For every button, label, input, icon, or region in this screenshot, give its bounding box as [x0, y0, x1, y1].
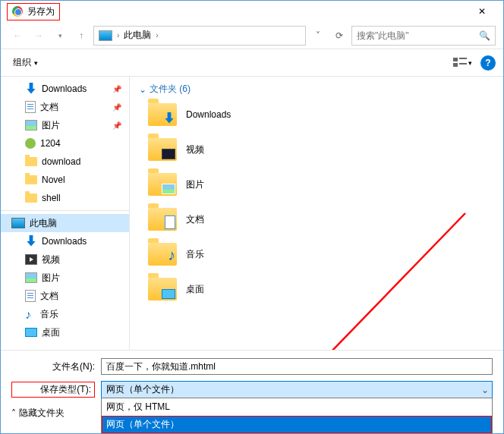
- sidebar-item[interactable]: 图片📌: [1, 116, 129, 134]
- folder-group-label: 文件夹 (6): [150, 83, 191, 96]
- search-icon: 🔍: [479, 30, 490, 41]
- folder-icon: [148, 138, 177, 161]
- sidebar-item[interactable]: 图片: [1, 269, 129, 287]
- back-button[interactable]: ←: [8, 27, 27, 45]
- folder-item[interactable]: 文档: [148, 208, 494, 231]
- close-button[interactable]: ✕: [467, 1, 497, 22]
- folder-label: 视频: [186, 143, 204, 156]
- sidebar-item-label: 桌面: [42, 326, 60, 339]
- folder-item[interactable]: Downloads: [148, 103, 494, 126]
- sidebar-item[interactable]: 文档📌: [1, 98, 129, 116]
- savetype-label: 保存类型(T):: [11, 382, 95, 398]
- chevron-down-icon: ⌄: [481, 385, 489, 395]
- folder-label: 图片: [186, 178, 204, 191]
- pin-icon: 📌: [112, 121, 121, 130]
- path-segment[interactable]: 此电脑: [124, 29, 151, 42]
- sidebar-item-label: download: [42, 156, 80, 167]
- view-options-button[interactable]: ▾: [450, 55, 474, 71]
- folder-item[interactable]: ♪音乐: [148, 243, 494, 266]
- folder-icon: [25, 193, 37, 203]
- folder-label: 文档: [186, 213, 204, 226]
- sidebar-item-label: 文档: [40, 101, 58, 114]
- chevron-down-icon: ▾: [34, 59, 38, 67]
- sidebar-item-label: 图片: [42, 119, 60, 132]
- doc-icon: [25, 101, 36, 113]
- chevron-up-icon: ˄: [11, 408, 16, 419]
- sidebar: Downloads📌文档📌图片📌1204downloadNovelshell 此…: [1, 77, 130, 350]
- window-title: 另存为: [27, 5, 55, 18]
- folder-type-icon: [162, 289, 175, 299]
- folder-item[interactable]: 视频: [148, 138, 494, 161]
- organize-button[interactable]: 组织 ▾: [8, 55, 43, 71]
- folder-icon: [148, 278, 177, 300]
- sidebar-item-label: shell: [42, 193, 61, 203]
- sidebar-item-label: Novel: [42, 175, 65, 185]
- sidebar-item-label: 图片: [42, 272, 60, 285]
- address-bar[interactable]: › 此电脑 ›: [93, 26, 306, 46]
- download-icon: [25, 83, 37, 95]
- search-input[interactable]: [357, 30, 479, 41]
- dropdown-option[interactable]: 网页（单个文件）: [102, 416, 492, 433]
- sidebar-item[interactable]: 文档: [1, 287, 129, 305]
- title-bar: 另存为 ✕: [1, 1, 503, 22]
- folder-type-icon: [162, 184, 175, 194]
- sidebar-item[interactable]: 音乐: [1, 305, 129, 323]
- savetype-dropdown: 网页，仅 HTML网页（单个文件）网页，全部: [101, 398, 493, 434]
- sidebar-item-label: 视频: [42, 253, 60, 266]
- sidebar-item[interactable]: 1204: [1, 134, 129, 153]
- folder-item[interactable]: 桌面: [148, 278, 494, 300]
- desktop-icon: [25, 328, 37, 337]
- folder-label: 音乐: [186, 248, 204, 261]
- window-title-area: 另存为: [7, 3, 60, 20]
- dropdown-option[interactable]: 网页，仅 HTML: [102, 398, 492, 416]
- folder-type-icon: [163, 112, 175, 124]
- sidebar-item[interactable]: 桌面: [1, 323, 129, 341]
- chevron-right-icon: ›: [117, 31, 119, 39]
- main-panel: ⌄ 文件夹 (6) Downloads视频图片文档♪音乐桌面: [130, 77, 503, 350]
- chrome-icon: [12, 6, 23, 17]
- pic-icon: [25, 272, 37, 283]
- sidebar-item-label: Downloads: [42, 236, 87, 247]
- sidebar-item-label: 此电脑: [30, 217, 57, 230]
- chevron-down-icon: ▾: [468, 59, 472, 67]
- filename-input[interactable]: [101, 358, 493, 375]
- pin-icon: 📌: [112, 103, 121, 112]
- forward-button[interactable]: →: [30, 27, 48, 45]
- download-icon: [25, 235, 37, 247]
- savetype-select[interactable]: 网页（单个文件） ⌄ 网页，仅 HTML网页（单个文件）网页，全部: [101, 381, 493, 398]
- video-icon: [25, 254, 37, 265]
- close-icon: ✕: [478, 6, 486, 17]
- up-button[interactable]: ↑: [72, 27, 90, 45]
- sidebar-item[interactable]: shell: [1, 189, 129, 207]
- folder-icon: [25, 157, 37, 166]
- folder-icon: [148, 208, 177, 231]
- folder-item[interactable]: 图片: [148, 173, 494, 196]
- sidebar-item-label: Downloads: [42, 83, 87, 94]
- path-history-dropdown[interactable]: ˅: [309, 26, 327, 46]
- help-button[interactable]: ?: [480, 55, 496, 71]
- recent-dropdown[interactable]: ▾: [51, 27, 69, 45]
- hide-folders-label: 隐藏文件夹: [19, 407, 65, 420]
- folder-label: Downloads: [186, 109, 231, 120]
- folder-type-icon: ♪: [168, 247, 175, 264]
- filename-label: 文件名(N):: [11, 360, 95, 373]
- sidebar-item[interactable]: 视频: [1, 250, 129, 269]
- sidebar-item[interactable]: Novel: [1, 171, 129, 189]
- svg-rect-2: [453, 63, 458, 67]
- sidebar-this-pc[interactable]: 此电脑: [1, 214, 129, 232]
- folder-group-header[interactable]: ⌄ 文件夹 (6): [139, 83, 494, 96]
- svg-rect-0: [453, 58, 458, 61]
- search-box[interactable]: 🔍: [351, 26, 496, 46]
- pic-icon: [25, 120, 37, 131]
- organize-label: 组织: [13, 56, 31, 69]
- green-icon: [25, 138, 36, 149]
- sidebar-item[interactable]: Downloads📌: [1, 80, 129, 98]
- toolbar: 组织 ▾ ▾ ?: [1, 49, 503, 77]
- sidebar-item[interactable]: Downloads: [1, 232, 129, 250]
- content-area: Downloads📌文档📌图片📌1204downloadNovelshell 此…: [1, 77, 503, 350]
- refresh-button[interactable]: ⟳: [330, 26, 348, 46]
- sidebar-item[interactable]: download: [1, 153, 129, 171]
- folder-type-icon: [165, 215, 175, 229]
- view-icon: [453, 58, 467, 68]
- savetype-value: 网页（单个文件）: [102, 382, 492, 398]
